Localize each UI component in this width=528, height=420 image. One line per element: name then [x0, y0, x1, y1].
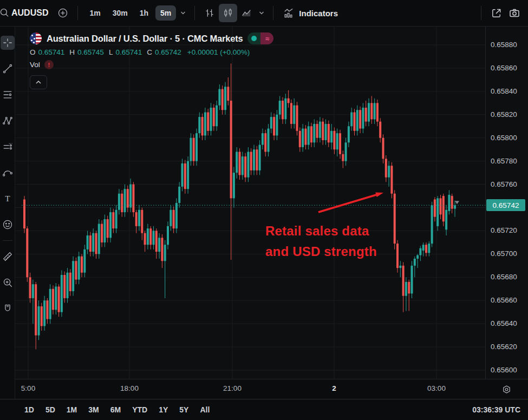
chevron-up-icon	[34, 78, 43, 87]
chart-annotation[interactable]: Retail sales data and USD strength	[265, 221, 377, 262]
timeframe-button-30m[interactable]: 30m	[108, 5, 133, 21]
range-button-1M[interactable]: 1M	[67, 405, 77, 414]
annotation-line-1: Retail sales data	[265, 221, 377, 241]
time-axis-label: 21:00	[223, 384, 242, 392]
camera-icon[interactable]	[505, 4, 524, 22]
symbol-button[interactable]: AUDUSD	[11, 8, 48, 18]
price-axis-label: 0.65840	[491, 87, 517, 95]
volume-label: Vol	[30, 61, 40, 69]
high-value: 0.65745	[77, 48, 104, 56]
range-button-6M[interactable]: 6M	[110, 405, 121, 414]
ruler-tool-icon[interactable]	[1, 250, 15, 264]
price-axis-label: 0.65600	[491, 366, 517, 374]
timeframe-button-1m[interactable]: 1m	[84, 5, 105, 21]
price-axis-label: 0.65680	[491, 273, 517, 281]
time-axis[interactable]: 5:0018:0021:00203:00	[15, 379, 485, 399]
compare-add-icon[interactable]	[54, 4, 72, 22]
range-button-YTD[interactable]: YTD	[132, 405, 147, 414]
axis-settings-corner	[485, 379, 528, 399]
timeframe-chevron-down-icon[interactable]	[177, 4, 189, 22]
price-axis-label: 0.65620	[491, 343, 517, 351]
annotation-line-2: and USD strength	[265, 241, 377, 262]
price-axis-label: 0.65860	[491, 64, 517, 72]
high-label: H	[69, 48, 75, 56]
gear-icon[interactable]	[500, 383, 513, 396]
pane-header: Australian Dollar / U.S. Dollar · 5 · CM…	[30, 31, 273, 89]
chart-style-group	[200, 4, 256, 22]
price-axis-label: 0.65780	[491, 157, 517, 165]
symbol-flag-icon	[30, 32, 42, 44]
change-value: +0.00001 (+0.00%)	[187, 48, 250, 56]
market-status-pill[interactable]: ≈	[247, 32, 273, 44]
indicators-button[interactable]: Indicators	[279, 6, 341, 19]
indicators-icon	[282, 6, 295, 19]
forecast-tool-icon[interactable]	[1, 140, 15, 154]
timeframe-button-1h[interactable]: 1h	[135, 5, 153, 21]
open-label: O	[30, 48, 36, 56]
range-button-5D[interactable]: 5D	[45, 405, 55, 414]
indicators-label: Indicators	[299, 9, 338, 18]
range-group: 1D5D1M3M6MYTD1Y5YAll	[24, 405, 221, 414]
area-style-icon[interactable]	[237, 4, 256, 22]
price-axis-label: 0.65820	[491, 110, 517, 119]
low-value: 0.65741	[115, 48, 142, 56]
close-label: C	[147, 48, 152, 56]
magnet-tool-icon[interactable]	[1, 301, 15, 316]
time-axis-label: 2	[332, 384, 336, 392]
style-chevron-down-icon[interactable]	[256, 4, 268, 22]
current-price-badge: 0.65742	[486, 199, 525, 211]
range-button-5Y[interactable]: 5Y	[179, 405, 188, 414]
crosshair-tool-icon[interactable]	[1, 36, 15, 50]
search-icon[interactable]	[0, 4, 10, 22]
drawing-toolbar: T	[0, 26, 15, 399]
fib-retracement-tool-icon[interactable]	[1, 88, 15, 102]
price-axis-label: 0.65720	[491, 226, 517, 234]
candles-style-icon[interactable]	[219, 4, 237, 22]
zoom-in-tool-icon[interactable]	[1, 275, 15, 290]
time-axis-label: 03:00	[427, 384, 446, 392]
xabcd-pattern-tool-icon[interactable]	[1, 114, 15, 128]
price-axis-label: 0.65760	[491, 180, 517, 188]
low-label: L	[109, 48, 113, 56]
top-toolbar: AUDUSD 1m30m1h5m Indicators	[0, 0, 528, 27]
timeframe-button-5m[interactable]: 5m	[155, 5, 176, 21]
range-button-1D[interactable]: 1D	[24, 405, 34, 414]
price-axis-label: 0.65880	[491, 41, 517, 49]
range-button-1Y[interactable]: 1Y	[159, 405, 168, 414]
collapse-panel-button[interactable]	[30, 75, 47, 89]
pane-title[interactable]: Australian Dollar / U.S. Dollar · 5 · CM…	[47, 34, 243, 44]
price-axis-label: 0.65800	[491, 134, 517, 142]
toolbar-divider	[3, 240, 12, 241]
price-axis-label: 0.65640	[491, 319, 517, 327]
toolbar-divider	[77, 6, 78, 20]
range-button-All[interactable]: All	[200, 405, 210, 414]
delayed-data-icon: ≈	[260, 32, 273, 44]
arc-tool-icon[interactable]	[1, 166, 15, 180]
time-axis-label: 5:00	[21, 384, 35, 392]
toolbar-divider	[481, 6, 481, 20]
trend-line-tool-icon[interactable]	[1, 62, 15, 76]
svg-text:T: T	[5, 194, 10, 203]
bottom-toolbar: 1D5D1M3M6MYTD1Y5YAll 03:36:39 UTC	[0, 399, 528, 420]
time-axis-label: 18:00	[120, 384, 139, 392]
price-axis-label: 0.65660	[491, 296, 517, 304]
close-value: 0.65742	[155, 48, 181, 56]
bars-style-icon[interactable]	[200, 4, 219, 22]
clock[interactable]: 03:36:39 UTC	[472, 405, 520, 414]
toolbar-divider	[194, 6, 195, 20]
ohlc-row: O0.65741 H0.65745 L0.65741 C0.65742 +0.0…	[30, 48, 273, 56]
share-icon[interactable]	[487, 4, 505, 22]
market-open-dot-icon	[247, 32, 260, 44]
timeframe-group: 1m30m1h5m	[83, 5, 177, 21]
volume-error-badge[interactable]: !	[44, 60, 54, 69]
price-axis-label: 0.65700	[491, 250, 517, 258]
emoji-tool-icon[interactable]	[1, 218, 15, 232]
toolbar-divider	[273, 6, 273, 20]
range-button-3M[interactable]: 3M	[88, 405, 99, 414]
text-tool-icon[interactable]: T	[1, 192, 15, 206]
open-value: 0.65741	[38, 48, 65, 56]
